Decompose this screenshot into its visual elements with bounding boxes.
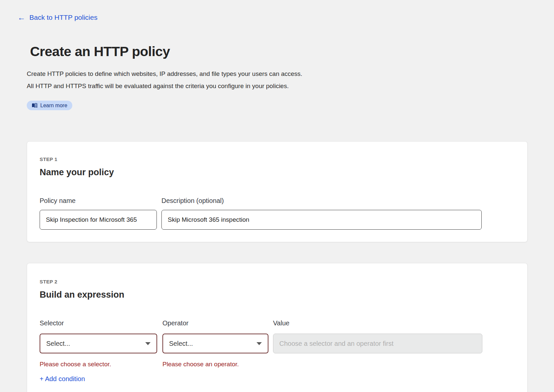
description-field-group: Description (optional) [161, 197, 482, 230]
operator-error-message: Please choose an operator. [162, 361, 268, 368]
back-to-http-policies-link[interactable]: ← Back to HTTP policies [17, 13, 97, 22]
selector-dropdown-value: Select... [46, 340, 70, 347]
description-input[interactable] [161, 210, 482, 230]
selector-label: Selector [40, 319, 157, 327]
policy-name-field-group: Policy name [40, 197, 157, 230]
back-link-label: Back to HTTP policies [29, 13, 97, 22]
book-icon [32, 103, 37, 108]
policy-name-input[interactable] [40, 210, 157, 230]
step1-label: STEP 1 [40, 157, 515, 162]
page-description-line1: Create HTTP policies to define which web… [27, 70, 554, 78]
page-title: Create an HTTP policy [30, 44, 554, 59]
operator-dropdown-value: Select... [169, 340, 193, 347]
operator-label: Operator [162, 319, 268, 327]
chevron-down-icon [257, 342, 262, 345]
back-arrow-icon: ← [17, 14, 25, 21]
step1-heading: Name your policy [40, 167, 515, 177]
value-label: Value [273, 319, 482, 327]
operator-field-group: Operator Select... Please choose an oper… [162, 319, 268, 383]
learn-more-label: Learn more [40, 103, 67, 109]
operator-dropdown[interactable]: Select... [162, 334, 268, 353]
value-field-group: Value [273, 319, 482, 383]
page-description-line2: All HTTP and HTTPS traffic will be evalu… [27, 82, 554, 90]
step1-fields-row: Policy name Description (optional) [40, 197, 515, 230]
value-input[interactable] [273, 334, 482, 353]
description-label: Description (optional) [161, 197, 482, 204]
selector-field-group: Selector Select... Please choose a selec… [40, 319, 157, 383]
selector-error-message: Please choose a selector. [40, 361, 157, 368]
policy-name-label: Policy name [40, 197, 157, 204]
step2-heading: Build an expression [40, 290, 515, 300]
expression-builder-row: Selector Select... Please choose a selec… [40, 319, 515, 383]
step2-label: STEP 2 [40, 279, 515, 284]
learn-more-button[interactable]: Learn more [27, 101, 72, 110]
chevron-down-icon [145, 342, 151, 345]
top-bar: ← Back to HTTP policies [0, 0, 554, 22]
step1-card: STEP 1 Name your policy Policy name Desc… [27, 141, 528, 242]
step2-card: STEP 2 Build an expression Selector Sele… [27, 263, 528, 392]
selector-dropdown[interactable]: Select... [40, 334, 157, 353]
add-condition-link[interactable]: + Add condition [40, 375, 157, 383]
